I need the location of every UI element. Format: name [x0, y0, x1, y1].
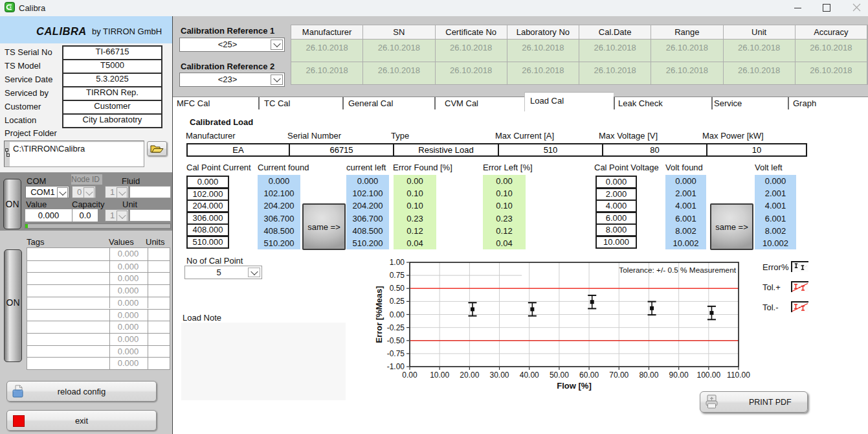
svg-text:-0.50: -0.50	[387, 336, 405, 345]
svg-text:-0.25: -0.25	[387, 323, 405, 332]
svg-text:40.00: 40.00	[520, 371, 539, 380]
svg-text:0.00: 0.00	[390, 310, 405, 319]
svg-text:1.00: 1.00	[390, 258, 405, 267]
svg-text:60.00: 60.00	[579, 371, 599, 380]
svg-text:0.25: 0.25	[390, 297, 405, 306]
svg-text:30.00: 30.00	[490, 371, 509, 380]
svg-text:0.00: 0.00	[402, 371, 417, 380]
svg-text:0.75: 0.75	[390, 271, 405, 280]
svg-text:70.00: 70.00	[609, 371, 629, 380]
svg-text:80.00: 80.00	[639, 371, 658, 380]
svg-text:Error [%Meas]: Error [%Meas]	[374, 286, 384, 343]
svg-text:10.00: 10.00	[430, 371, 449, 380]
svg-text:-1.00: -1.00	[387, 362, 405, 371]
svg-text:20.00: 20.00	[460, 371, 479, 380]
svg-text:Flow [%]: Flow [%]	[557, 381, 591, 391]
svg-text:0.50: 0.50	[390, 284, 405, 293]
svg-text:100.00: 100.00	[696, 371, 720, 380]
svg-text:110.00: 110.00	[727, 371, 750, 380]
svg-text:-0.75: -0.75	[387, 349, 405, 358]
svg-text:90.00: 90.00	[669, 371, 689, 380]
svg-text:50.00: 50.00	[550, 371, 569, 380]
svg-text:Tolerance: +/- 0.5 % Measureme: Tolerance: +/- 0.5 % Measurement	[619, 266, 736, 275]
